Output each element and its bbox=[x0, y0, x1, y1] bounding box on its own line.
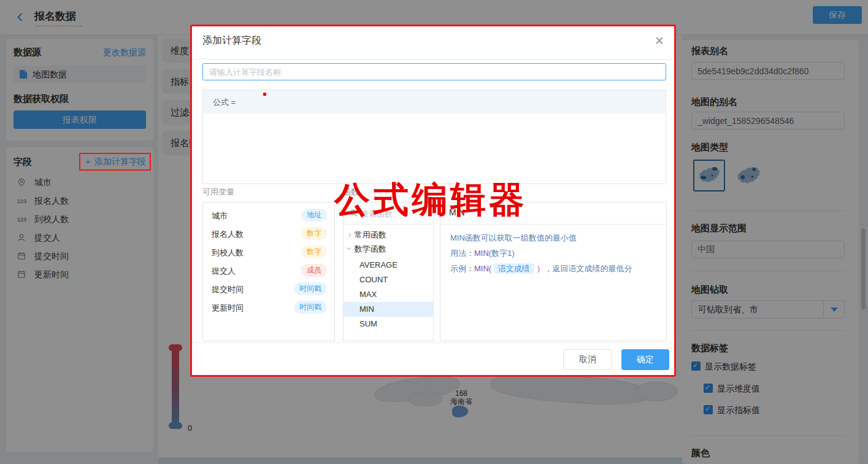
variable-name: 提交人 bbox=[212, 266, 236, 277]
cancel-button[interactable]: 取消 bbox=[563, 349, 612, 370]
doc-example-prefix: 示例： bbox=[450, 264, 474, 273]
variable-row[interactable]: 报名人数 数字 bbox=[203, 225, 334, 243]
calc-field-name-input[interactable] bbox=[202, 63, 666, 80]
doc-example-close: ） bbox=[536, 264, 544, 273]
app-root: 报名数据 保存 数据源 更改数据源 地图数据 数据获取权限 报表权限 字段 ＋ … bbox=[0, 0, 868, 464]
formula-label: 公式 = bbox=[213, 97, 236, 108]
variable-type-tag: 时间戳 bbox=[294, 301, 327, 314]
variable-type-tag: 成员 bbox=[301, 264, 327, 277]
variable-type-tag: 时间戳 bbox=[294, 282, 327, 295]
tree-group-math-functions[interactable]: ›数学函数 bbox=[348, 244, 386, 258]
variable-name: 到校人数 bbox=[212, 247, 244, 258]
doc-body: MIN函数可以获取一组数值的最小值 用法：MIN(数字1) 示例：MIN( 语文… bbox=[450, 230, 656, 276]
doc-usage: 用法：MIN(数字1) bbox=[450, 246, 656, 261]
tree-group-label: 常用函数 bbox=[355, 230, 386, 239]
variable-name: 城市 bbox=[212, 211, 228, 222]
divider bbox=[440, 224, 666, 225]
doc-usage-fn: MIN bbox=[474, 249, 489, 258]
variables-panel: 城市 地址 报名人数 数字 到校人数 数字 提交人 成员 提交时间 时间戳 更新… bbox=[202, 202, 335, 341]
variable-type-tag: 数字 bbox=[301, 246, 327, 258]
doc-example-fn: MIN( bbox=[474, 264, 491, 273]
variable-name: 更新时间 bbox=[212, 303, 244, 314]
annotation-text: 公式编辑器 bbox=[334, 180, 528, 220]
function-item-sum[interactable]: SUM bbox=[344, 317, 433, 331]
doc-description: MIN函数可以获取一组数值的最小值 bbox=[450, 230, 656, 246]
tree-group-common-functions[interactable]: ›常用函数 bbox=[348, 230, 386, 244]
function-item-average[interactable]: AVERAGE bbox=[344, 258, 433, 273]
variable-type-tag: 地址 bbox=[301, 209, 327, 222]
doc-example-field-pill: 语文成绩 bbox=[494, 263, 534, 274]
modal-title: 添加计算字段 bbox=[202, 34, 261, 47]
variable-name: 报名人数 bbox=[212, 229, 244, 240]
function-item-max[interactable]: MAX bbox=[344, 287, 433, 302]
close-icon[interactable]: ✕ bbox=[655, 34, 664, 48]
chevron-right-icon: › bbox=[348, 230, 351, 239]
annotation-dot bbox=[263, 93, 266, 96]
function-item-min[interactable]: MIN bbox=[344, 302, 433, 317]
variable-row[interactable]: 到校人数 数字 bbox=[203, 243, 334, 261]
doc-example: 示例：MIN( 语文成绩 ），返回语文成绩的最低分 bbox=[450, 261, 656, 276]
function-item-count[interactable]: COUNT bbox=[344, 273, 433, 287]
doc-usage-rest: (数字1) bbox=[489, 249, 515, 258]
chevron-down-icon: › bbox=[345, 247, 355, 250]
tree-group-label: 数学函数 bbox=[355, 244, 386, 253]
function-doc-panel: MIN MIN函数可以获取一组数值的最小值 用法：MIN(数字1) 示例：MIN… bbox=[440, 202, 667, 341]
variable-row[interactable]: 更新时间 时间戳 bbox=[203, 298, 334, 317]
functions-panel: 搜索函数 ›常用函数 ›数学函数 AVERAGE COUNT MAX MIN S… bbox=[343, 202, 434, 341]
variable-row[interactable]: 城市 地址 bbox=[203, 206, 334, 225]
divider bbox=[192, 59, 674, 60]
doc-usage-prefix: 用法： bbox=[450, 249, 474, 258]
confirm-button[interactable]: 确定 bbox=[621, 349, 669, 370]
doc-example-rest: ，返回语文成绩的最低分 bbox=[544, 264, 632, 273]
annotation-highlight-box bbox=[79, 153, 151, 171]
variable-row[interactable]: 提交时间 时间戳 bbox=[203, 280, 334, 298]
variable-name: 提交时间 bbox=[212, 284, 244, 295]
formula-editor[interactable]: 公式 = bbox=[202, 90, 666, 184]
formula-header: 公式 = bbox=[203, 90, 666, 114]
variable-row[interactable]: 提交人 成员 bbox=[203, 261, 334, 280]
variables-title: 可用变量 bbox=[202, 187, 234, 198]
variable-type-tag: 数字 bbox=[301, 227, 327, 240]
divider bbox=[192, 342, 674, 343]
